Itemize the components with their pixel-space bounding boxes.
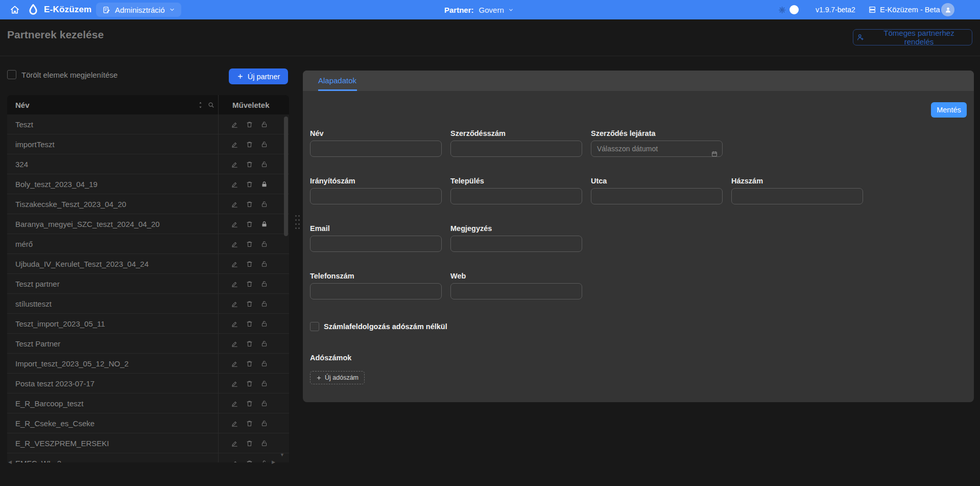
- delete-button[interactable]: [246, 320, 253, 328]
- partner-row[interactable]: 324: [7, 154, 289, 174]
- partner-row[interactable]: EMFC_WL_2: [7, 453, 289, 462]
- lock-button[interactable]: [260, 400, 268, 407]
- edit-button[interactable]: [231, 340, 238, 348]
- partner-row[interactable]: Teszt_import_2023_05_11: [7, 314, 289, 334]
- partner-row[interactable]: Teszt: [7, 114, 289, 134]
- tab-alapadatok[interactable]: Alapadatok: [318, 71, 356, 91]
- partner-row[interactable]: Teszt partner: [7, 274, 289, 294]
- no-tax-number-checkbox[interactable]: Számlafeldolgozás adószám nélkül: [310, 322, 447, 331]
- hazszam-input[interactable]: [731, 188, 863, 204]
- partner-row[interactable]: Baranya_megyei_SZC_teszt_2024_04_20: [7, 214, 289, 234]
- partner-select[interactable]: Govern: [479, 6, 514, 14]
- partner-row[interactable]: E_R_VESZPREM_ERSEKI: [7, 433, 289, 453]
- edit-button[interactable]: [231, 300, 238, 308]
- delete-button[interactable]: [246, 380, 253, 387]
- partner-row[interactable]: Ujbuda_IV_Kerulet_Teszt_2023_04_24: [7, 254, 289, 274]
- edit-button[interactable]: [231, 280, 238, 288]
- telepules-input[interactable]: [450, 188, 582, 204]
- edit-button[interactable]: [231, 420, 238, 427]
- user-avatar-button[interactable]: [941, 3, 954, 16]
- telefonszam-input[interactable]: [310, 283, 442, 299]
- delete-button[interactable]: [246, 420, 253, 427]
- partner-row[interactable]: importTeszt: [7, 134, 289, 154]
- web-input[interactable]: [450, 283, 582, 299]
- nev-input[interactable]: [310, 141, 442, 157]
- scroll-right-icon[interactable]: ▶: [272, 460, 275, 465]
- edit-button[interactable]: [231, 180, 238, 188]
- delete-button[interactable]: [246, 300, 253, 308]
- lock-button[interactable]: [260, 439, 268, 447]
- partner-row[interactable]: Boly_teszt_2023_04_19: [7, 174, 289, 194]
- scroll-down-icon[interactable]: ▼: [280, 453, 284, 457]
- szerzodesszam-input[interactable]: [450, 141, 582, 157]
- iranyitoszam-input[interactable]: [310, 188, 442, 204]
- delete-button[interactable]: [246, 360, 253, 367]
- edit-button[interactable]: [231, 320, 238, 328]
- delete-button[interactable]: [246, 141, 253, 148]
- edit-button[interactable]: [231, 459, 238, 463]
- edit-button[interactable]: [231, 141, 238, 148]
- delete-button[interactable]: [246, 340, 253, 348]
- home-button[interactable]: [6, 0, 23, 19]
- lock-button[interactable]: [260, 300, 268, 308]
- theme-toggle[interactable]: [778, 0, 799, 19]
- bulk-assign-partner-button[interactable]: Tömeges partnerhez rendelés: [853, 29, 972, 45]
- partner-row[interactable]: E_R_Cseke_es_Cseke: [7, 413, 289, 433]
- email-input[interactable]: [310, 236, 442, 252]
- partner-row[interactable]: E_R_Barcoop_teszt: [7, 394, 289, 413]
- edit-button[interactable]: [231, 240, 238, 248]
- lock-button[interactable]: [260, 340, 268, 348]
- partner-row[interactable]: Import_teszt_2023_05_12_NO_2: [7, 354, 289, 374]
- lock-button[interactable]: [260, 240, 268, 248]
- new-tax-number-button[interactable]: Új adószám: [310, 371, 365, 384]
- scroll-left-icon[interactable]: ◀: [8, 460, 12, 465]
- edit-button[interactable]: [231, 220, 238, 228]
- delete-button[interactable]: [246, 121, 253, 128]
- edit-button[interactable]: [231, 200, 238, 208]
- edit-button[interactable]: [231, 400, 238, 407]
- delete-button[interactable]: [246, 180, 253, 188]
- edit-button[interactable]: [231, 360, 238, 367]
- edit-button[interactable]: [231, 121, 238, 128]
- partner-row[interactable]: Tiszakecske_Teszt_2023_04_20: [7, 194, 289, 214]
- delete-button[interactable]: [246, 160, 253, 168]
- delete-button[interactable]: [246, 240, 253, 248]
- partner-row[interactable]: Teszt Partner: [7, 334, 289, 354]
- sort-button[interactable]: [197, 95, 204, 114]
- delete-button[interactable]: [246, 260, 253, 268]
- lock-button[interactable]: [260, 121, 268, 128]
- lock-button[interactable]: [260, 180, 268, 188]
- new-partner-button[interactable]: Új partner: [229, 68, 288, 84]
- delete-button[interactable]: [246, 439, 253, 447]
- table-scrollbar-thumb[interactable]: [284, 117, 288, 236]
- lock-button[interactable]: [260, 160, 268, 168]
- lock-button[interactable]: [260, 260, 268, 268]
- delete-button[interactable]: [246, 459, 253, 463]
- panel-resize-handle[interactable]: [295, 215, 297, 217]
- utca-input[interactable]: [591, 188, 723, 204]
- show-deleted-checkbox[interactable]: Törölt elemek megjelenítése: [7, 70, 117, 79]
- delete-button[interactable]: [246, 220, 253, 228]
- partner-row[interactable]: mérő: [7, 234, 289, 254]
- lock-button[interactable]: [260, 420, 268, 427]
- edit-button[interactable]: [231, 160, 238, 168]
- delete-button[interactable]: [246, 200, 253, 208]
- nav-menu-adminisztracio[interactable]: Adminisztráció: [96, 3, 181, 17]
- lock-button[interactable]: [260, 360, 268, 367]
- lock-button[interactable]: [260, 380, 268, 387]
- szerzodes-lejarata-date-input[interactable]: [591, 141, 723, 157]
- edit-button[interactable]: [231, 439, 238, 447]
- delete-button[interactable]: [246, 280, 253, 288]
- edit-button[interactable]: [231, 380, 238, 387]
- lock-button[interactable]: [260, 200, 268, 208]
- megjegyzes-input[interactable]: [450, 236, 582, 252]
- delete-button[interactable]: [246, 400, 253, 407]
- lock-button[interactable]: [260, 459, 268, 463]
- save-button[interactable]: Mentés: [931, 102, 967, 118]
- partner-row[interactable]: Posta teszt 2023-07-17: [7, 374, 289, 394]
- edit-button[interactable]: [231, 260, 238, 268]
- partner-row[interactable]: stílustteszt: [7, 294, 289, 314]
- search-button[interactable]: [207, 95, 215, 114]
- lock-button[interactable]: [260, 280, 268, 288]
- lock-button[interactable]: [260, 141, 268, 148]
